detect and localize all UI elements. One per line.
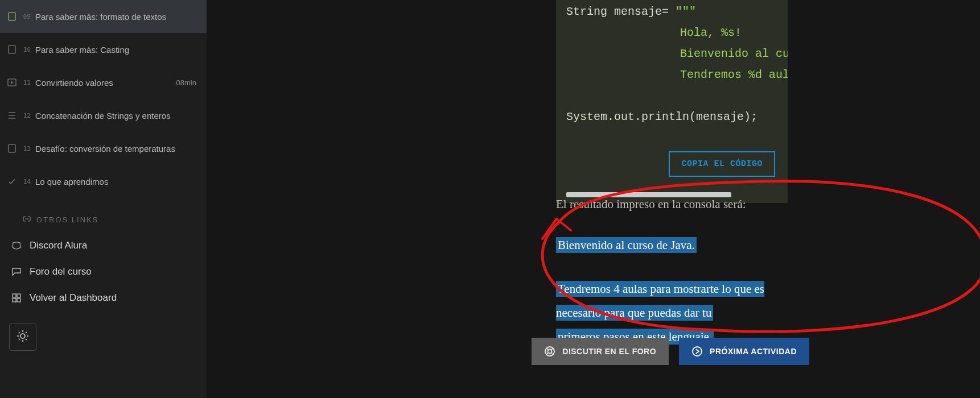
link-label: Volver al Dashboard [30,292,117,304]
sidebar-item-duration: 08min [176,78,196,87]
svg-line-16 [19,339,20,340]
theme-toggle-button[interactable] [9,324,36,351]
link-discord[interactable]: Discord Alura [0,233,207,259]
check-icon [7,176,17,186]
sidebar-item-label: Convirtiendo valores [35,78,172,88]
sidebar-section-header: OTROS LINKS [0,198,207,233]
sidebar-item-index: 11 [20,79,31,86]
button-label: DISCUTIR EN EL FORO [562,347,656,356]
highlighted-output: Bienvenido al curso de Java. [556,237,697,253]
sidebar: 09 Para saber más: formato de textos 10 … [0,0,207,398]
svg-line-14 [26,339,27,340]
sidebar-item-index: 10 [20,46,31,53]
bottom-action-bar: DISCUTIR EN EL FORO PRÓXIMA ACTIVIDAD [532,338,809,365]
highlighted-output: Tendremos 4 aulas para mostrarte lo que … [556,281,764,321]
code-line: Bienvenido al curso de Java. [680,47,788,60]
copy-code-button[interactable]: COPIA EL CÓDIGO [669,151,775,177]
lifebuoy-icon [544,346,555,357]
svg-point-19 [693,347,702,356]
sidebar-item-13[interactable]: 13 Desafío: conversión de temperaturas [0,132,207,165]
list-icon [7,110,17,121]
discord-icon [11,241,22,251]
link-label: Foro del curso [30,266,92,277]
sidebar-item-label: Para saber más: Casting [35,45,196,55]
sidebar-section-label: OTROS LINKS [36,215,98,224]
next-activity-button[interactable]: PRÓXIMA ACTIVIDAD [679,338,809,365]
svg-rect-1 [9,45,15,53]
file-icon [7,11,17,22]
sidebar-item-label: Para saber más: formato de textos [35,12,196,22]
svg-point-18 [548,350,552,354]
code-line: Tendremos %d aulas para mostrarte lo que… [680,68,788,81]
svg-rect-5 [17,294,20,297]
sidebar-item-label: Concatenación de Strings y enteros [35,111,196,121]
link-label: Discord Alura [30,240,87,251]
file-icon [7,44,17,55]
sidebar-item-index: 14 [20,178,31,185]
code-line: System.out.println(mensaje); [566,110,757,123]
sidebar-item-12[interactable]: 12 Concatenación de Strings y enteros [0,99,207,132]
svg-point-8 [20,334,25,338]
button-label: PRÓXIMA ACTIVIDAD [710,347,797,356]
svg-line-15 [26,332,27,333]
arrow-right-circle-icon [691,346,703,357]
code-line: Hola, %s! [680,26,742,39]
dashboard-icon [11,293,22,303]
svg-rect-0 [9,13,15,20]
sidebar-item-09[interactable]: 09 Para saber más: formato de textos [0,0,207,33]
svg-rect-4 [13,294,16,297]
sidebar-item-10[interactable]: 10 Para saber más: Casting [0,33,207,66]
link-dashboard[interactable]: Volver al Dashboard [0,285,207,311]
svg-rect-6 [13,298,16,302]
discuss-forum-button[interactable]: DISCUTIR EN EL FORO [532,338,669,365]
sidebar-item-index: 09 [20,13,31,20]
sidebar-item-label: Desafío: conversión de temperaturas [35,144,196,154]
file-icon [7,143,17,154]
video-icon [7,77,17,88]
link-foro[interactable]: Foro del curso [0,259,207,285]
sidebar-item-11[interactable]: 11 Convirtiendo valores 08min [0,66,207,99]
sidebar-item-index: 13 [20,145,31,152]
forum-icon [11,267,22,277]
svg-rect-7 [17,298,20,302]
main-content: String mensaje= """ Hola, %s! Bienvenido… [207,0,980,398]
sidebar-item-14[interactable]: 14 Lo que aprendimos [0,165,207,198]
sidebar-item-label: Lo que aprendimos [35,177,196,186]
svg-rect-3 [9,144,15,152]
sidebar-item-index: 12 [20,112,31,119]
result-intro: El resultado impreso en la consola será: [556,196,809,214]
svg-line-13 [19,332,20,333]
link-section-icon [23,215,31,225]
code-block: String mensaje= """ Hola, %s! Bienvenido… [556,0,788,203]
code-line: String mensaje= """ [566,5,696,18]
sun-icon [17,330,29,345]
